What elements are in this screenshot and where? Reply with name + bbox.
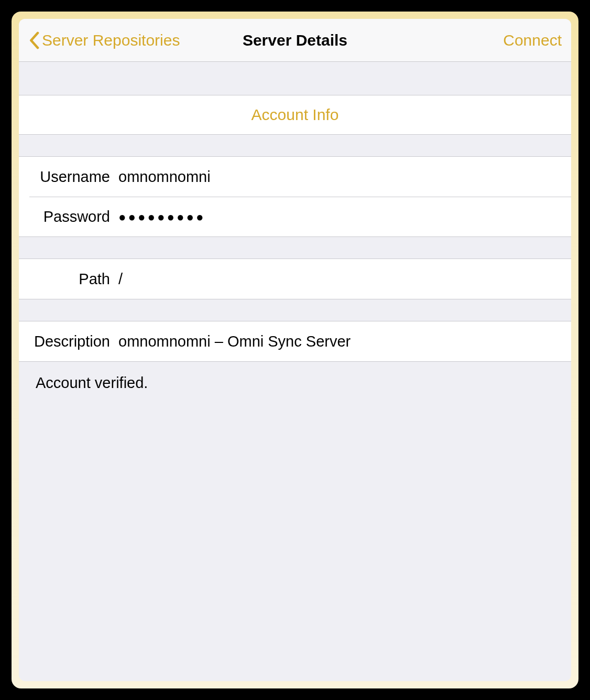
spacer	[19, 135, 571, 156]
account-info-link[interactable]: Account Info	[19, 95, 571, 134]
server-details-panel: Server Repositories Server Details Conne…	[19, 19, 571, 681]
spacer	[19, 299, 571, 321]
password-row: Password ●●●●●●●●●	[29, 197, 571, 236]
chevron-left-icon	[28, 31, 40, 49]
description-field[interactable]	[118, 333, 571, 350]
spacer	[19, 237, 571, 259]
username-label: Username	[29, 168, 118, 186]
account-info-group: Account Info	[19, 95, 571, 135]
status-message: Account verified.	[19, 362, 571, 404]
description-row: Description	[19, 321, 571, 361]
credentials-group: Username Password ●●●●●●●●●	[19, 156, 571, 237]
username-field[interactable]	[118, 168, 571, 186]
description-label: Description	[29, 333, 118, 350]
description-group: Description	[19, 321, 571, 362]
username-row: Username	[19, 157, 571, 197]
path-label: Path	[29, 271, 118, 288]
path-field[interactable]	[118, 271, 571, 288]
password-label: Password	[29, 208, 118, 225]
back-label: Server Repositories	[42, 31, 180, 49]
path-row: Path	[19, 259, 571, 299]
spacer	[19, 404, 571, 681]
spacer	[19, 62, 571, 95]
window-frame: Server Repositories Server Details Conne…	[12, 12, 578, 688]
connect-button[interactable]: Connect	[503, 31, 562, 49]
path-group: Path	[19, 259, 571, 299]
password-field[interactable]: ●●●●●●●●●	[118, 210, 571, 224]
navigation-bar: Server Repositories Server Details Conne…	[19, 19, 571, 62]
back-button[interactable]: Server Repositories	[28, 31, 180, 49]
